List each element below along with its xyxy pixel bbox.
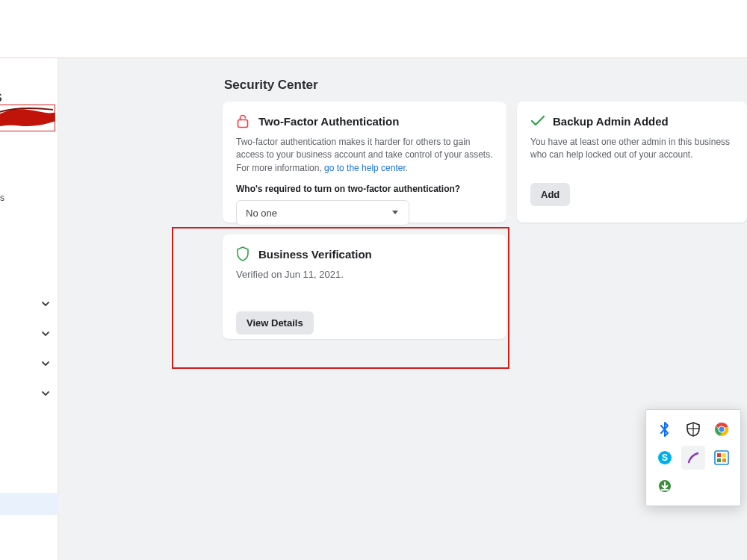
- chevron-down-icon[interactable]: [40, 388, 52, 400]
- svg-text:S: S: [662, 452, 668, 463]
- svg-rect-3: [238, 120, 248, 128]
- sidebar-collapse-carets: [40, 299, 52, 418]
- chevron-down-icon[interactable]: [40, 358, 52, 370]
- card-body-text: Two-factor authentication makes it harde…: [236, 136, 493, 175]
- main-area: Security Center Two-Factor Authenticatio…: [58, 58, 747, 560]
- svg-rect-14: [722, 453, 726, 457]
- groove-icon[interactable]: [681, 446, 705, 470]
- chevron-down-icon[interactable]: [40, 299, 52, 311]
- two-factor-desc-post: .: [406, 163, 408, 173]
- check-icon: [530, 113, 545, 128]
- card-title: Business Verification: [258, 248, 372, 261]
- snip-icon[interactable]: [710, 446, 734, 470]
- svg-rect-12: [715, 451, 728, 464]
- page-title: Security Center: [224, 78, 318, 93]
- help-center-link[interactable]: go to the help center: [324, 163, 406, 173]
- sidebar-sublabel-fragment: s: [0, 193, 4, 203]
- card-title: Backup Admin Added: [553, 115, 669, 128]
- card-business-verification: Business Verification Verified on Jun 11…: [223, 234, 506, 339]
- add-button[interactable]: Add: [530, 183, 570, 206]
- bluetooth-icon[interactable]: [653, 417, 677, 441]
- top-blank-strip: [0, 0, 747, 58]
- view-details-button[interactable]: View Details: [236, 311, 314, 335]
- card-backup-admin: Backup Admin Added You have at least one…: [517, 102, 747, 223]
- svg-rect-16: [722, 458, 726, 462]
- sidebar-title-fragment: gs: [0, 88, 2, 105]
- unlock-icon: [236, 113, 251, 128]
- caret-down-icon: [391, 208, 400, 219]
- card-title: Two-Factor Authentication: [258, 115, 399, 128]
- verification-status: Verified on Jun 11, 2021.: [236, 269, 493, 280]
- sidebar-active-highlight: [0, 493, 58, 515]
- two-factor-question: Who's required to turn on two-factor aut…: [236, 184, 493, 194]
- system-tray-overflow[interactable]: S: [645, 409, 741, 506]
- redacted-account-box[interactable]: [0, 105, 55, 131]
- backup-admin-desc: You have at least one other admin in thi…: [530, 136, 734, 162]
- skype-icon[interactable]: S: [653, 446, 677, 470]
- chrome-icon[interactable]: [710, 417, 734, 441]
- defender-icon[interactable]: [681, 417, 705, 441]
- shield-icon: [236, 246, 251, 261]
- svg-marker-4: [392, 211, 398, 214]
- two-factor-requirement-select[interactable]: No one: [236, 200, 409, 225]
- chevron-down-icon[interactable]: [40, 329, 52, 340]
- svg-rect-13: [717, 453, 721, 457]
- card-two-factor: Two-Factor Authentication Two-factor aut…: [223, 102, 506, 223]
- idm-icon[interactable]: [653, 474, 677, 498]
- svg-rect-15: [717, 458, 721, 462]
- select-value: No one: [246, 208, 277, 219]
